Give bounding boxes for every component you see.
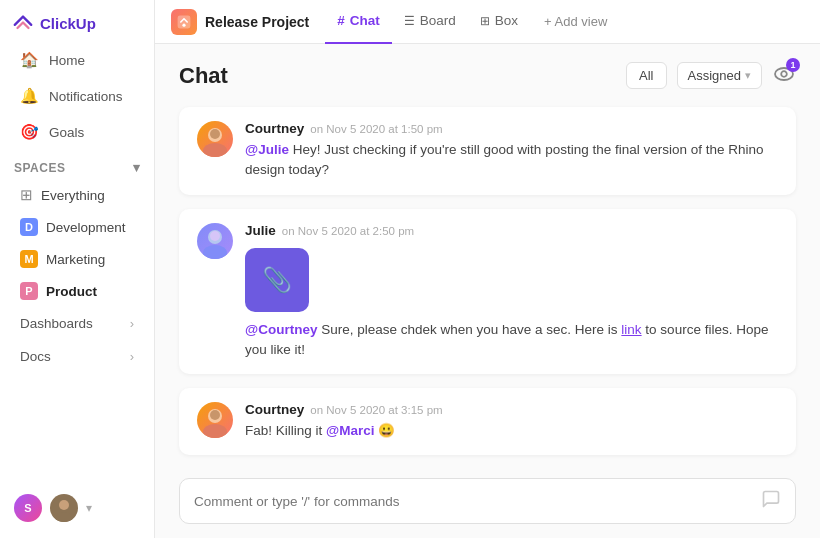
user-avatar[interactable]: S bbox=[14, 494, 42, 522]
message-2-author: Julie bbox=[245, 223, 276, 238]
sidebar-label-goals: Goals bbox=[49, 125, 84, 140]
user-photo bbox=[50, 494, 78, 522]
sidebar-item-marketing[interactable]: M Marketing bbox=[6, 244, 148, 274]
courtney-avatar-2 bbox=[197, 402, 233, 438]
sidebar-item-everything[interactable]: ⊞ Everything bbox=[6, 180, 148, 210]
sidebar-footer: S ▾ bbox=[0, 486, 154, 530]
sidebar-item-product[interactable]: P Product bbox=[6, 276, 148, 306]
message-1-text: @Julie Hey! Just checking if you're stil… bbox=[245, 140, 778, 181]
sidebar: ClickUp 🏠 Home 🔔 Notifications 🎯 Goals S… bbox=[0, 0, 155, 538]
message-2-header: Julie on Nov 5 2020 at 2:50 pm bbox=[245, 223, 778, 238]
filter-all-label: All bbox=[639, 68, 653, 83]
sidebar-label-development: Development bbox=[46, 220, 126, 235]
docs-label: Docs bbox=[20, 349, 51, 364]
box-icon: ⊞ bbox=[480, 14, 490, 28]
grid-icon: ⊞ bbox=[20, 186, 33, 204]
message-3-time: on Nov 5 2020 at 3:15 pm bbox=[310, 404, 442, 416]
dashboards-label: Dashboards bbox=[20, 316, 93, 331]
sidebar-item-notifications[interactable]: 🔔 Notifications bbox=[6, 79, 148, 113]
filter-all-button[interactable]: All bbox=[626, 62, 666, 89]
svg-point-11 bbox=[210, 231, 220, 241]
comment-bar bbox=[155, 468, 820, 538]
file-attachment[interactable]: 📎 bbox=[245, 248, 309, 312]
message-1: Courtney on Nov 5 2020 at 1:50 pm @Julie… bbox=[179, 107, 796, 195]
svg-point-1 bbox=[55, 512, 73, 522]
courtney-avatar-1 bbox=[197, 121, 233, 157]
chevron-right-icon: › bbox=[130, 316, 134, 331]
topbar: Release Project # Chat ☰ Board ⊞ Box + A… bbox=[155, 0, 820, 44]
board-icon: ☰ bbox=[404, 14, 415, 28]
message-2: Julie on Nov 5 2020 at 2:50 pm 📎 @Courtn… bbox=[179, 209, 796, 375]
julie-avatar bbox=[197, 223, 233, 259]
mention-courtney: @Courtney bbox=[245, 322, 317, 337]
sidebar-label-notifications: Notifications bbox=[49, 89, 123, 104]
development-dot: D bbox=[20, 218, 38, 236]
eye-button[interactable]: 1 bbox=[772, 62, 796, 89]
project-title: Release Project bbox=[205, 14, 309, 30]
tab-box-label: Box bbox=[495, 13, 518, 28]
mention-marci: @Marci bbox=[326, 423, 374, 438]
source-link[interactable]: link bbox=[621, 322, 641, 337]
sidebar-item-docs[interactable]: Docs › bbox=[6, 341, 148, 372]
sidebar-item-goals[interactable]: 🎯 Goals bbox=[6, 115, 148, 149]
svg-point-13 bbox=[203, 424, 227, 438]
message-3-author: Courtney bbox=[245, 402, 304, 417]
chat-container: Chat All Assigned ▾ 1 bbox=[155, 44, 820, 538]
filter-assigned-label: Assigned bbox=[688, 68, 741, 83]
chevron-down-icon[interactable]: ▾ bbox=[133, 160, 141, 175]
add-view-button[interactable]: + Add view bbox=[534, 14, 617, 29]
goals-icon: 🎯 bbox=[20, 123, 39, 141]
marketing-dot: M bbox=[20, 250, 38, 268]
chevron-down-assigned: ▾ bbox=[745, 69, 751, 82]
svg-point-0 bbox=[59, 500, 69, 510]
sidebar-item-dashboards[interactable]: Dashboards › bbox=[6, 308, 148, 339]
message-3-text: Fab! Killing it @Marci 😀 bbox=[245, 421, 778, 441]
spaces-label: Spaces bbox=[14, 161, 65, 175]
message-3-header: Courtney on Nov 5 2020 at 3:15 pm bbox=[245, 402, 778, 417]
comment-input-wrapper bbox=[179, 478, 796, 524]
message-3: Courtney on Nov 5 2020 at 3:15 pm Fab! K… bbox=[179, 388, 796, 455]
chat-filters: All Assigned ▾ 1 bbox=[626, 62, 796, 89]
sidebar-label-marketing: Marketing bbox=[46, 252, 105, 267]
tab-board[interactable]: ☰ Board bbox=[392, 0, 468, 44]
svg-point-10 bbox=[203, 245, 227, 259]
product-dot: P bbox=[20, 282, 38, 300]
filter-assigned-button[interactable]: Assigned ▾ bbox=[677, 62, 762, 89]
sidebar-item-home[interactable]: 🏠 Home bbox=[6, 43, 148, 77]
message-1-author: Courtney bbox=[245, 121, 304, 136]
svg-point-5 bbox=[781, 71, 787, 77]
paperclip-icon: 📎 bbox=[262, 266, 292, 294]
message-1-content: Courtney on Nov 5 2020 at 1:50 pm @Julie… bbox=[245, 121, 778, 181]
message-2-content: Julie on Nov 5 2020 at 2:50 pm 📎 @Courtn… bbox=[245, 223, 778, 361]
comment-input[interactable] bbox=[194, 494, 753, 509]
svg-point-7 bbox=[203, 143, 227, 157]
eye-badge: 1 bbox=[786, 58, 800, 72]
sidebar-label-product: Product bbox=[46, 284, 97, 299]
message-3-content: Courtney on Nov 5 2020 at 3:15 pm Fab! K… bbox=[245, 402, 778, 441]
bell-icon: 🔔 bbox=[20, 87, 39, 105]
spaces-section: Spaces ▾ bbox=[0, 150, 154, 179]
tab-chat-label: Chat bbox=[350, 13, 380, 28]
user-menu-icon[interactable]: ▾ bbox=[86, 501, 92, 515]
chat-bubble-icon bbox=[761, 489, 781, 513]
tab-chat[interactable]: # Chat bbox=[325, 0, 392, 44]
sidebar-label-home: Home bbox=[49, 53, 85, 68]
svg-point-8 bbox=[210, 129, 220, 139]
svg-point-14 bbox=[210, 410, 220, 420]
chat-title: Chat bbox=[179, 63, 228, 89]
sidebar-item-development[interactable]: D Development bbox=[6, 212, 148, 242]
tab-box[interactable]: ⊞ Box bbox=[468, 0, 530, 44]
app-name: ClickUp bbox=[40, 15, 96, 32]
app-logo[interactable]: ClickUp bbox=[0, 0, 154, 42]
mention-julie: @Julie bbox=[245, 142, 289, 157]
main-content: Release Project # Chat ☰ Board ⊞ Box + A… bbox=[155, 0, 820, 538]
add-view-label: + Add view bbox=[544, 14, 607, 29]
tab-board-label: Board bbox=[420, 13, 456, 28]
chat-header: Chat All Assigned ▾ 1 bbox=[155, 44, 820, 99]
chevron-right-icon-docs: › bbox=[130, 349, 134, 364]
message-2-text: @Courtney Sure, please chdek when you ha… bbox=[245, 320, 778, 361]
hash-icon: # bbox=[337, 13, 345, 28]
attachment-box-wrapper: 📎 bbox=[245, 242, 778, 314]
message-2-time: on Nov 5 2020 at 2:50 pm bbox=[282, 225, 414, 237]
user-initials: S bbox=[24, 502, 31, 514]
